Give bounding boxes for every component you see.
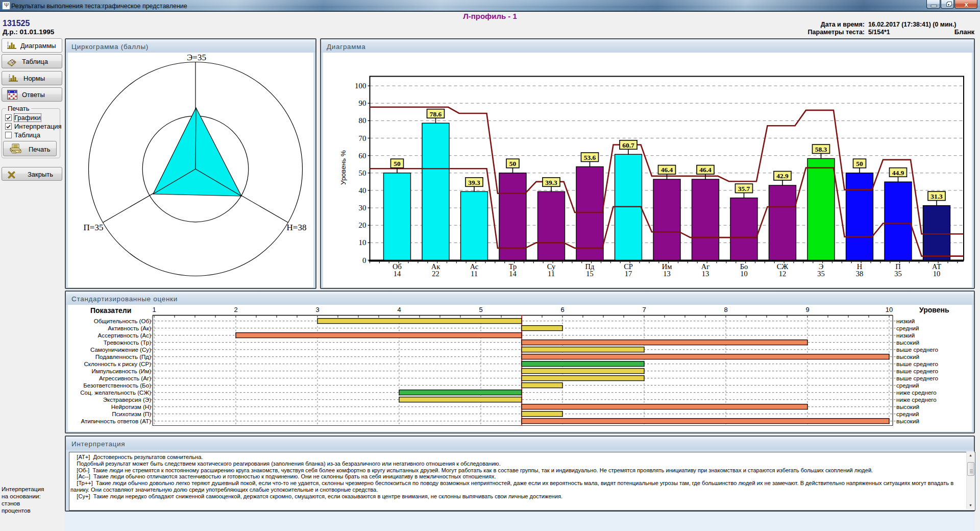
svg-text:x: x: [964, 1, 968, 8]
